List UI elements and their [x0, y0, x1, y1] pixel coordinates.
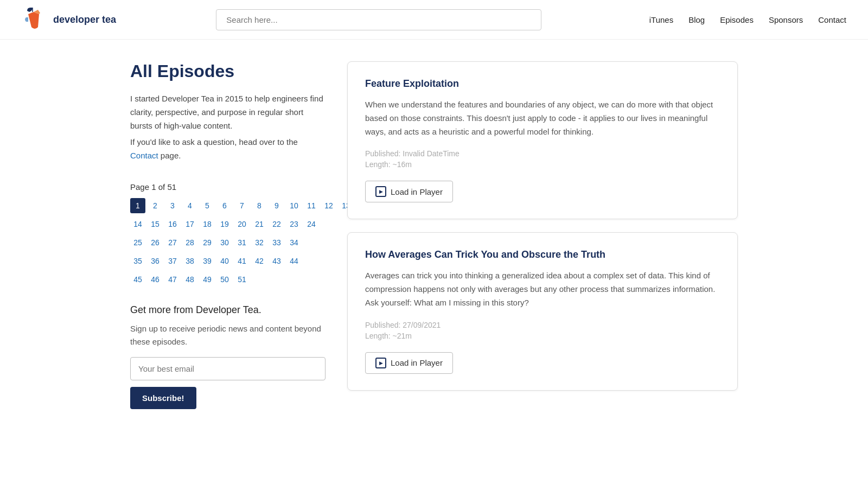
page-num-14[interactable]: 14 — [130, 217, 145, 232]
page-num-48[interactable]: 48 — [182, 272, 197, 287]
page-num-5[interactable]: 5 — [200, 198, 215, 213]
episode-title-1[interactable]: Feature Exploitation — [365, 78, 720, 90]
page-num-30[interactable]: 30 — [217, 235, 232, 250]
page-num-50[interactable]: 50 — [217, 272, 232, 287]
pagination-container: 1234567891011121314151617181920212223242… — [130, 198, 326, 288]
contact-link[interactable]: Contact — [130, 151, 158, 160]
page-num-49[interactable]: 49 — [200, 272, 215, 287]
page-num-8[interactable]: 8 — [252, 198, 267, 213]
page-num-18[interactable]: 18 — [200, 217, 215, 232]
page-num-17[interactable]: 17 — [182, 217, 197, 232]
page-num-23[interactable]: 23 — [286, 217, 302, 232]
page-num-29[interactable]: 29 — [200, 235, 215, 250]
page-num-51[interactable]: 51 — [234, 272, 250, 287]
page-num-10[interactable]: 10 — [286, 198, 302, 213]
load-player-label-2: Load in Player — [391, 358, 443, 367]
page-num-24[interactable]: 24 — [304, 217, 319, 232]
page-num-19[interactable]: 19 — [217, 217, 232, 232]
page-num-28[interactable]: 28 — [182, 235, 197, 250]
episode-published-1: Published: Invalid DateTime — [365, 149, 720, 158]
player-icon-1 — [375, 186, 386, 197]
page-num-47[interactable]: 47 — [165, 272, 180, 287]
page-num-40[interactable]: 40 — [217, 253, 232, 269]
page-num-31[interactable]: 31 — [234, 235, 250, 250]
pagination-label: Page 1 of 51 — [130, 182, 326, 192]
logo-text: developer tea — [53, 14, 116, 26]
load-player-button-2[interactable]: Load in Player — [365, 352, 453, 374]
site-header: developer tea iTunes Blog Episodes Spons… — [0, 0, 868, 40]
newsletter-desc: Sign up to receive periodic news and con… — [130, 322, 326, 348]
page-num-45[interactable]: 45 — [130, 272, 145, 287]
page-num-20[interactable]: 20 — [234, 217, 250, 232]
page-num-35[interactable]: 35 — [130, 253, 145, 269]
page-num-16[interactable]: 16 — [165, 217, 180, 232]
search-input[interactable] — [216, 9, 541, 30]
episode-length-2: Length: ~21m — [365, 332, 720, 340]
page-num-38[interactable]: 38 — [182, 253, 197, 269]
page-num-12[interactable]: 12 — [321, 198, 336, 213]
subscribe-button[interactable]: Subscribe! — [130, 387, 196, 409]
page-num-25[interactable]: 25 — [130, 235, 145, 250]
episode-card-2: How Averages Can Trick You and Obscure t… — [347, 232, 738, 390]
page-num-6[interactable]: 6 — [217, 198, 232, 213]
page-num-32[interactable]: 32 — [252, 235, 267, 250]
newsletter-section: Get more from Developer Tea. Sign up to … — [130, 304, 326, 409]
page-num-44[interactable]: 44 — [286, 253, 302, 269]
intro-paragraph-2: If you'd like to ask a question, head ov… — [130, 136, 326, 163]
page-num-26[interactable]: 26 — [148, 235, 163, 250]
episode-desc-1: When we understand the features and boun… — [365, 98, 720, 138]
page-num-9[interactable]: 9 — [269, 198, 284, 213]
page-num-1[interactable]: 1 — [130, 198, 145, 213]
page-title: All Episodes — [130, 61, 326, 81]
logo-icon — [22, 7, 48, 33]
player-icon-2 — [375, 358, 386, 368]
page-num-34[interactable]: 34 — [286, 235, 302, 250]
page-num-36[interactable]: 36 — [148, 253, 163, 269]
nav-blog[interactable]: Blog — [688, 15, 705, 24]
page-num-3[interactable]: 3 — [165, 198, 180, 213]
logo-link[interactable]: developer tea — [22, 7, 130, 33]
episode-title-2[interactable]: How Averages Can Trick You and Obscure t… — [365, 249, 720, 260]
episode-length-1: Length: ~16m — [365, 160, 720, 169]
newsletter-title: Get more from Developer Tea. — [130, 304, 326, 316]
page-num-7[interactable]: 7 — [234, 198, 250, 213]
episode-card-1: Feature Exploitation When we understand … — [347, 61, 738, 219]
email-input[interactable] — [130, 357, 326, 380]
nav-sponsors[interactable]: Sponsors — [769, 15, 803, 24]
page-num-42[interactable]: 42 — [252, 253, 267, 269]
left-column: All Episodes I started Developer Tea in … — [130, 61, 326, 409]
page-num-2[interactable]: 2 — [148, 198, 163, 213]
episode-desc-2: Averages can trick you into thinking a g… — [365, 269, 720, 309]
right-column: Feature Exploitation When we understand … — [347, 61, 738, 409]
search-container — [216, 9, 541, 30]
page-num-22[interactable]: 22 — [269, 217, 284, 232]
page-num-41[interactable]: 41 — [234, 253, 250, 269]
episode-published-2: Published: 27/09/2021 — [365, 321, 720, 329]
nav-contact[interactable]: Contact — [818, 15, 846, 24]
page-num-11[interactable]: 11 — [304, 198, 319, 213]
page-num-15[interactable]: 15 — [148, 217, 163, 232]
load-player-label-1: Load in Player — [391, 187, 443, 196]
page-num-46[interactable]: 46 — [148, 272, 163, 287]
intro-paragraph-1: I started Developer Tea in 2015 to help … — [130, 92, 326, 132]
main-content: All Episodes I started Developer Tea in … — [108, 61, 760, 409]
nav-episodes[interactable]: Episodes — [720, 15, 754, 24]
page-num-4[interactable]: 4 — [182, 198, 197, 213]
page-num-27[interactable]: 27 — [165, 235, 180, 250]
page-num-43[interactable]: 43 — [269, 253, 284, 269]
nav-itunes[interactable]: iTunes — [649, 15, 673, 24]
load-player-button-1[interactable]: Load in Player — [365, 181, 453, 202]
page-num-21[interactable]: 21 — [252, 217, 267, 232]
page-num-37[interactable]: 37 — [165, 253, 180, 269]
page-num-33[interactable]: 33 — [269, 235, 284, 250]
page-num-39[interactable]: 39 — [200, 253, 215, 269]
main-nav: iTunes Blog Episodes Sponsors Contact — [628, 15, 846, 24]
